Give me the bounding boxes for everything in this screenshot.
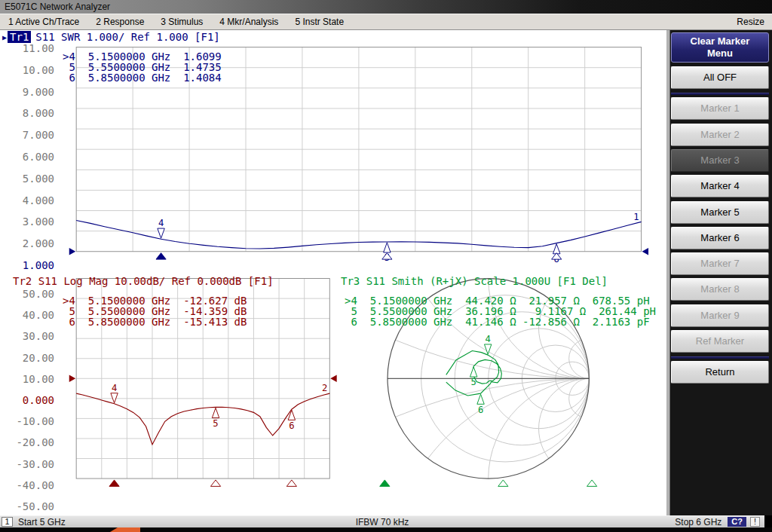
stimulus-marker [210,480,220,486]
status-right-cluster: Stop 6 GHz C? ! [675,517,764,527]
smith-reactance-grid [85,30,666,515]
svg-text:4: 4 [158,218,164,228]
y-tick-label: -40.00 [0,479,54,491]
softkey-separator [671,356,769,359]
tr1-trace-number: 1 [633,212,639,222]
ref-level-left-icon [69,248,75,255]
resize-button[interactable]: Resize [729,17,772,27]
alert-indicator: ! [750,517,760,527]
correction-badge: C? [728,517,746,527]
y-tick-label: 6.000 [0,151,54,163]
charts-svg: 45614562456 [0,30,666,515]
marker-4-glyph: 4 [111,383,118,403]
window-title: E5071C Network Analyzer [5,2,110,12]
y-tick-label: 9.000 [0,86,54,98]
y-tick-label: 2.000 [0,237,54,249]
softkey-scroll-strip[interactable] [666,30,670,515]
instrument-screen: E5071C Network Analyzer 1 Active Ch/Trac… [0,0,772,532]
softkey-return[interactable]: Return [671,361,769,384]
softkey-marker-4[interactable]: Marker 4 [671,175,769,197]
softkey-marker-2[interactable]: Marker 2 [671,124,769,146]
tr1-badge: Tr1 [8,31,31,43]
marker-table-row: 5 5.5500000 GHz 1.4735 [63,62,222,72]
y-tick-label: 20.00 [0,352,54,364]
y-tick-label: 4.000 [0,194,54,206]
softkey-sidebar: Clear Marker Menu All OFFMarker 1Marker … [666,30,772,515]
svg-text:6: 6 [289,420,294,431]
menu-item-3[interactable]: 3 Stimulus [152,17,211,27]
y-tick-label: 10.00 [0,64,54,76]
softkey-ref-marker[interactable]: Ref Marker [671,330,769,353]
marker-table-row: 5 5.5500000 GHz -14.359 dB [63,306,247,316]
window-titlebar[interactable]: E5071C Network Analyzer [0,0,772,14]
tr1-header: ▶ Tr1 S11 SWR 1.000/ Ref 1.000 [F1] [2,31,220,43]
softkey-marker-5[interactable]: Marker 5 [671,201,769,224]
marker-4-glyph: 4 [484,334,491,354]
softkey-marker-7[interactable]: Marker 7 [671,252,769,275]
y-tick-label: 1.000 [0,259,54,271]
marker-table-row: >4 5.1500000 GHz -12.627 dB [63,295,247,306]
ref-level-left-icon [69,375,75,382]
y-tick-label: 5.000 [0,173,54,185]
menu-item-4[interactable]: 4 Mkr/Analysis [211,17,286,27]
y-tick-label: -30.00 [0,458,54,470]
tr1-header-text: S11 SWR 1.000/ Ref 1.000 [F1] [35,31,219,43]
ref-level-right-icon [330,375,336,382]
svg-text:4: 4 [112,383,117,393]
active-trace-arrow-icon: ▶ [2,33,7,41]
tr2-marker-table: >4 5.1500000 GHz -12.627 dB 5 5.5500000 … [63,295,247,327]
softkey-marker-8[interactable]: Marker 8 [671,278,769,301]
bottom-edge-strip [0,527,772,532]
menu-item-5[interactable]: 5 Instr State [286,17,352,27]
y-tick-label: 7.000 [0,129,54,141]
softkey-marker-9[interactable]: Marker 9 [671,304,769,327]
svg-text:4: 4 [486,334,491,344]
marker-table-row: >4 5.1500000 GHz 1.6099 [63,51,222,62]
softkey-menu-title: Clear Marker Menu [671,32,769,63]
ref-level-right-icon [642,248,648,255]
menu-item-1[interactable]: 1 Active Ch/Trace [0,17,87,27]
tr2-trace-number: 2 [322,383,327,393]
softkey-title-line2: Menu [672,47,768,60]
stop-frequency-label: Stop 6 GHz [675,517,721,527]
active-stimulus-marker [380,480,390,486]
marker-table-row: 5 5.5500000 GHz 36.196 Ω 9.1167 Ω 261.44… [345,306,656,316]
stimulus-marker [587,480,597,486]
y-tick-label: -10.00 [0,415,54,427]
y-tick-label: -50.00 [0,500,54,512]
status-bar: 1 Start 5 GHz IFBW 70 kHz Stop 6 GHz C? … [0,515,764,527]
y-tick-label: 30.00 [0,330,54,342]
stimulus-marker [498,480,508,486]
marker-5-glyph: 5 [212,408,219,428]
stimulus-marker [286,480,296,486]
softkey-marker-1[interactable]: Marker 1 [671,97,769,120]
marker-4-glyph: 4 [158,218,164,238]
tr1-marker-table: >4 5.1500000 GHz 1.6099 5 5.5500000 GHz … [63,51,222,83]
y-tick-label: -20.00 [0,436,54,448]
y-tick-label: 11.00 [0,42,54,54]
marker-6-glyph: 6 [477,394,484,414]
tr3-chart: 456 [85,30,666,515]
svg-text:5: 5 [471,377,476,387]
marker-table-row: 6 5.8500000 GHz 41.146 Ω -12.856 Ω 2.116… [345,316,656,327]
tr3-header: Tr3 S11 Smith (R+jX) Scale 1.000U [F1 De… [341,275,608,287]
marker-5-glyph: 5 [470,367,476,387]
y-tick-label: 10.00 [0,373,54,385]
softkey-all-off[interactable]: All OFF [671,66,769,89]
menu-bar: 1 Active Ch/Trace2 Response3 Stimulus4 M… [0,14,772,30]
graticule-area: 45614562456 ▶ Tr1 S11 SWR 1.000/ Ref 1.0… [0,30,666,515]
softkey-separator [671,93,769,95]
background-window-edge [110,527,140,532]
softkey-marker-6[interactable]: Marker 6 [671,227,769,249]
stimulus-marker [382,253,392,259]
softkey-marker-3[interactable]: Marker 3 [671,149,769,172]
softkey-title-line1: Clear Marker [672,35,768,47]
active-stimulus-marker [156,253,166,259]
y-tick-label: 50.00 [0,288,54,300]
active-stimulus-marker [109,480,119,486]
menu-item-2[interactable]: 2 Response [87,17,152,27]
svg-text:6: 6 [478,405,483,415]
svg-text:5: 5 [213,418,218,429]
y-tick-label: 40.00 [0,309,54,321]
y-tick-label: 0.000 [0,394,54,406]
